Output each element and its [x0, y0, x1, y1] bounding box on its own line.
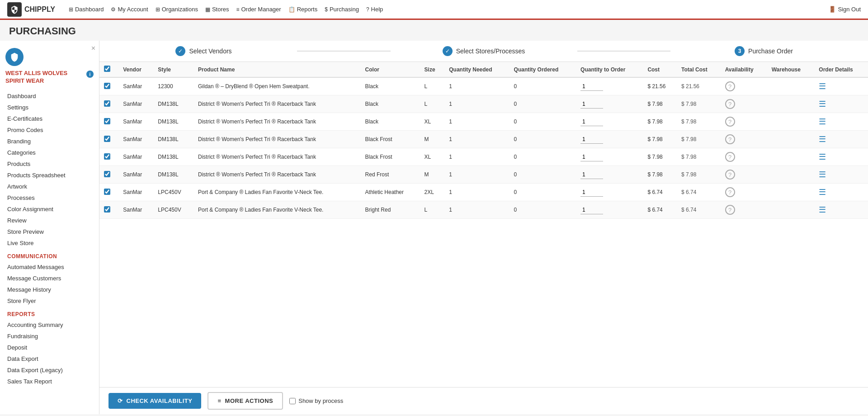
nav-item-reports[interactable]: 📋Reports: [288, 6, 318, 13]
nav-item-purchasing[interactable]: $Purchasing: [325, 6, 359, 13]
more-actions-button[interactable]: ≡ MORE ACTIONS: [208, 392, 283, 410]
row-style: DM138L: [153, 131, 193, 148]
sidebar-item-message-history[interactable]: Message History: [0, 284, 99, 295]
row-checkbox-4[interactable]: [104, 153, 110, 160]
row-qty-to-order: [576, 77, 643, 95]
order-details-icon-5[interactable]: ☰: [819, 170, 826, 179]
sidebar-item-settings[interactable]: Settings: [0, 102, 99, 113]
availability-icon-1[interactable]: ?: [725, 99, 735, 109]
sidebar-item-review[interactable]: Review: [0, 215, 99, 226]
show-by-process-checkbox[interactable]: [289, 398, 296, 404]
row-checkbox-5[interactable]: [104, 171, 110, 177]
order-details-icon-3[interactable]: ☰: [819, 135, 826, 144]
row-checkbox-3[interactable]: [104, 136, 110, 142]
sidebar-item-e-certificates[interactable]: E-Certificates: [0, 113, 99, 124]
availability-icon-7[interactable]: ?: [725, 205, 735, 215]
order-details-icon-2[interactable]: ☰: [819, 117, 826, 126]
show-by-process-label[interactable]: Show by process: [289, 397, 343, 404]
row-order-details: ☰: [814, 77, 868, 95]
order-details-icon-7[interactable]: ☰: [819, 205, 826, 214]
row-checkbox-6[interactable]: [104, 189, 110, 195]
nav-icon: ⊞: [69, 6, 73, 13]
nav-item-my-account[interactable]: ⚙My Account: [111, 6, 148, 13]
sidebar-item-data-export--legacy-[interactable]: Data Export (Legacy): [0, 364, 99, 376]
row-qty-input-1[interactable]: [580, 100, 603, 109]
nav-item-organizations[interactable]: ⊞Organizations: [156, 6, 198, 13]
sidebar-item-sales-tax-report[interactable]: Sales Tax Report: [0, 376, 99, 387]
sidebar-item-store-preview[interactable]: Store Preview: [0, 226, 99, 237]
row-qty-input-6[interactable]: [580, 188, 603, 197]
sidebar-item-artwork[interactable]: Artwork: [0, 181, 99, 192]
table-row: SanMar DM138L District ® Women's Perfect…: [99, 131, 868, 148]
col-qty-to-order: Quantity to Order: [576, 62, 643, 77]
order-details-icon-1[interactable]: ☰: [819, 99, 826, 109]
row-color: Bright Red: [361, 201, 420, 219]
content-area: ✓ Select Vendors ✓ Select Stores/Process…: [99, 41, 868, 414]
sidebar-nav: DashboardSettingsE-CertificatesPromo Cod…: [0, 89, 99, 389]
row-checkbox-7[interactable]: [104, 206, 110, 213]
row-qty-needed: 1: [444, 113, 509, 131]
row-cost: $ 21.56: [643, 77, 677, 95]
org-name: WEST ALLIS WOLVES SPIRIT WEAR i: [5, 70, 94, 85]
sidebar-item-categories[interactable]: Categories: [0, 147, 99, 158]
sidebar-item-branding[interactable]: Branding: [0, 136, 99, 147]
row-qty-to-order: [576, 113, 643, 131]
sidebar-item-dashboard[interactable]: Dashboard: [0, 90, 99, 102]
sidebar-item-live-store[interactable]: Live Store: [0, 237, 99, 249]
sign-out-button[interactable]: 🚪 Sign Out: [829, 6, 861, 13]
sidebar-item-accounting-summary[interactable]: Accounting Summary: [0, 319, 99, 331]
sidebar-item-products-spreadsheet[interactable]: Products Spreadsheet: [0, 170, 99, 181]
sidebar-item-products[interactable]: Products: [0, 158, 99, 170]
row-checkbox-1[interactable]: [104, 100, 110, 107]
sidebar-item-automated-messages[interactable]: Automated Messages: [0, 261, 99, 273]
availability-icon-3[interactable]: ?: [725, 134, 735, 144]
sidebar-item-fundraising[interactable]: Fundraising: [0, 331, 99, 342]
org-info-icon[interactable]: i: [86, 71, 94, 78]
availability-icon-2[interactable]: ?: [725, 117, 735, 127]
order-details-icon-0[interactable]: ☰: [819, 82, 826, 91]
availability-icon-0[interactable]: ?: [725, 81, 735, 91]
sidebar-item-message-customers[interactable]: Message Customers: [0, 273, 99, 284]
row-warehouse: [767, 131, 815, 148]
row-qty-to-order: [576, 131, 643, 148]
nav-item-stores[interactable]: ▦Stores: [205, 6, 229, 13]
order-details-icon-6[interactable]: ☰: [819, 188, 826, 197]
row-warehouse: [767, 184, 815, 201]
select-all-checkbox[interactable]: [104, 66, 110, 72]
sidebar-close-button[interactable]: ×: [91, 44, 95, 52]
row-total-cost: $ 6.74: [677, 184, 721, 201]
sidebar-item-processes[interactable]: Processes: [0, 192, 99, 203]
row-qty-input-4[interactable]: [580, 153, 603, 161]
check-availability-button[interactable]: ⟳ CHECK AVAILABILITY: [108, 393, 201, 409]
nav-item-help[interactable]: ?Help: [366, 6, 383, 13]
row-qty-input-0[interactable]: [580, 82, 603, 91]
row-qty-ordered: 0: [509, 184, 576, 201]
more-actions-label: MORE ACTIONS: [225, 397, 274, 404]
row-availability: ?: [721, 95, 767, 113]
availability-icon-5[interactable]: ?: [725, 170, 735, 180]
sidebar-item-store-flyer[interactable]: Store Flyer: [0, 295, 99, 307]
col-total-cost: Total Cost: [677, 62, 721, 77]
row-cost: $ 7.98: [643, 95, 677, 113]
row-qty-input-7[interactable]: [580, 206, 603, 214]
row-size: XL: [420, 113, 445, 131]
row-warehouse: [767, 166, 815, 184]
sign-out-label: Sign Out: [838, 6, 861, 13]
availability-icon-6[interactable]: ?: [725, 187, 735, 197]
table-header-row: Vendor Style Product Name Color Size Qua…: [99, 62, 868, 77]
row-qty-input-2[interactable]: [580, 118, 603, 126]
sidebar-item-promo-codes[interactable]: Promo Codes: [0, 124, 99, 136]
sidebar-item-deposit[interactable]: Deposit: [0, 342, 99, 353]
nav-item-order-manager[interactable]: ≡Order Manager: [236, 6, 281, 13]
logo-text: CHIPPLY: [24, 5, 55, 14]
sidebar-item-data-export[interactable]: Data Export: [0, 353, 99, 364]
nav-item-dashboard[interactable]: ⊞Dashboard: [69, 6, 104, 13]
row-qty-input-3[interactable]: [580, 135, 603, 144]
availability-icon-4[interactable]: ?: [725, 152, 735, 162]
bottom-bar: ⟳ CHECK AVAILABILITY ≡ MORE ACTIONS Show…: [99, 387, 868, 414]
order-details-icon-4[interactable]: ☰: [819, 152, 826, 161]
row-checkbox-0[interactable]: [104, 83, 110, 89]
row-checkbox-2[interactable]: [104, 118, 110, 124]
row-qty-input-5[interactable]: [580, 170, 603, 179]
sidebar-item-color-assignment[interactable]: Color Assignment: [0, 203, 99, 215]
